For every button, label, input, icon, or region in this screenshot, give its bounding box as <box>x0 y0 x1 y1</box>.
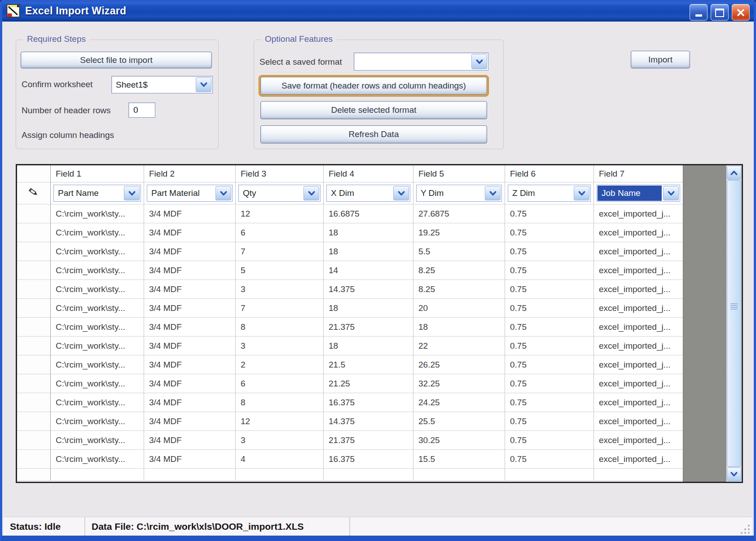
grid-cell[interactable]: 4 <box>236 450 324 469</box>
grid-cell[interactable]: 18 <box>324 242 413 261</box>
grid-cell[interactable]: 14.375 <box>324 412 413 431</box>
grid-cell[interactable]: excel_imported_j... <box>594 431 683 450</box>
grid-cell[interactable]: 5.5 <box>413 242 505 261</box>
grid-cell[interactable]: 3/4 MDF <box>144 242 236 261</box>
grid-row[interactable]: C:\rcim_work\sty...3/4 MDF314.3758.250.7… <box>17 280 683 299</box>
grid-cell[interactable]: 20 <box>413 299 505 318</box>
grid-row[interactable]: C:\rcim_work\sty...3/4 MDF718200.75excel… <box>17 299 683 318</box>
chevron-down-icon[interactable] <box>215 186 231 200</box>
grid-cell[interactable]: 12 <box>236 412 324 431</box>
grid-cell[interactable]: C:\rcim_work\sty... <box>51 431 144 450</box>
grid-cell[interactable]: 3 <box>236 337 324 355</box>
grid-cell[interactable]: excel_imported_j... <box>594 223 683 242</box>
grid-cell[interactable]: 0.75 <box>505 450 594 469</box>
vertical-scrollbar[interactable] <box>726 165 742 482</box>
grid-cell[interactable]: 15.5 <box>413 450 505 469</box>
grid-cell[interactable]: 18 <box>324 337 413 355</box>
grid-cell[interactable]: 0.75 <box>505 318 594 337</box>
grid-cell[interactable]: 3/4 MDF <box>144 223 236 242</box>
grid-row[interactable]: C:\rcim_work\sty...3/4 MDF621.2532.250.7… <box>17 374 683 393</box>
grid-cell[interactable]: 8 <box>236 393 324 412</box>
grid-cell[interactable]: excel_imported_j... <box>594 280 683 299</box>
grid-row[interactable]: C:\rcim_work\sty...3/4 MDF1214.37525.50.… <box>17 412 683 431</box>
row-header-cell[interactable] <box>17 393 51 412</box>
grid-cell[interactable]: excel_imported_j... <box>594 337 683 355</box>
row-header-cell[interactable] <box>17 450 51 469</box>
grid-cell[interactable]: 21.5 <box>324 355 413 374</box>
column-mapping-dropdown[interactable]: X Dim <box>326 185 410 202</box>
grid-cell[interactable]: 8.25 <box>413 280 505 299</box>
grid-cell[interactable]: C:\rcim_work\sty... <box>51 393 144 412</box>
row-header-cell[interactable] <box>17 337 51 355</box>
grid-cell[interactable]: C:\rcim_work\sty... <box>51 374 144 393</box>
grid-cell[interactable]: C:\rcim_work\sty... <box>51 412 144 431</box>
grid-cell[interactable]: excel_imported_j... <box>594 261 683 280</box>
resize-grip[interactable] <box>741 525 750 534</box>
row-header-cell[interactable] <box>17 355 51 374</box>
grid-row[interactable]: C:\rcim_work\sty...3/4 MDF816.37524.250.… <box>17 393 683 412</box>
grid-cell[interactable]: 27.6875 <box>413 204 505 223</box>
grid-cell[interactable]: C:\rcim_work\sty... <box>51 261 144 280</box>
worksheet-combobox[interactable]: Sheet1$ <box>111 76 213 93</box>
grid-cell[interactable]: excel_imported_j... <box>594 242 683 261</box>
grid-cell[interactable]: 3/4 MDF <box>144 204 236 223</box>
grid-cell[interactable]: 3/4 MDF <box>144 318 236 337</box>
grid-cell[interactable]: 12 <box>236 204 324 223</box>
grid-cell[interactable]: C:\rcim_work\sty... <box>51 450 144 469</box>
grid-cell[interactable]: 3/4 MDF <box>144 261 236 280</box>
row-header-cell[interactable] <box>17 412 51 431</box>
delete-format-button[interactable]: Delete selected format <box>260 101 487 119</box>
grid-cell[interactable]: excel_imported_j... <box>594 450 683 469</box>
grid-cell[interactable]: 5 <box>236 261 324 280</box>
grid-cell[interactable]: 0.75 <box>505 412 594 431</box>
grid-cell[interactable]: 24.25 <box>413 393 505 412</box>
grid-cell[interactable]: 2 <box>236 355 324 374</box>
select-file-button[interactable]: Select file to import <box>21 52 212 68</box>
row-header-cell[interactable] <box>17 299 51 318</box>
grid-cell[interactable]: 3/4 MDF <box>144 374 236 393</box>
grid-cell[interactable]: 6 <box>236 374 324 393</box>
grid-cell[interactable]: excel_imported_j... <box>594 374 683 393</box>
grid-cell[interactable]: 7 <box>236 299 324 318</box>
chevron-down-icon[interactable] <box>393 186 409 200</box>
grid-cell[interactable]: 26.25 <box>413 355 505 374</box>
chevron-down-icon[interactable] <box>471 54 487 69</box>
chevron-down-icon[interactable] <box>663 186 679 200</box>
grid-cell[interactable]: 3/4 MDF <box>144 412 236 431</box>
grid-cell[interactable]: excel_imported_j... <box>594 318 683 337</box>
close-button[interactable] <box>732 4 750 21</box>
grid-cell[interactable]: C:\rcim_work\sty... <box>51 280 144 299</box>
save-format-button[interactable]: Save format (header rows and column head… <box>260 77 487 95</box>
grid-cell[interactable]: 3 <box>236 431 324 450</box>
row-header-cell[interactable] <box>17 261 51 280</box>
column-mapping-dropdown[interactable]: Part Name <box>53 185 141 202</box>
grid-cell[interactable]: 18 <box>413 318 505 337</box>
title-bar[interactable]: Excel Import Wizard <box>0 0 756 22</box>
grid-cell[interactable]: 3/4 MDF <box>144 280 236 299</box>
grid-cell[interactable]: 6 <box>236 223 324 242</box>
grid-cell[interactable]: 8.25 <box>413 261 505 280</box>
grid-cell[interactable]: 3 <box>236 280 324 299</box>
row-header-cell[interactable] <box>17 374 51 393</box>
minimize-button[interactable] <box>690 4 708 21</box>
grid-cell[interactable]: 0.75 <box>505 299 594 318</box>
grid-cell[interactable]: C:\rcim_work\sty... <box>51 337 144 355</box>
grid-cell[interactable]: excel_imported_j... <box>594 412 683 431</box>
chevron-down-icon[interactable] <box>124 186 140 200</box>
grid-cell[interactable]: C:\rcim_work\sty... <box>51 204 144 223</box>
grid-cell[interactable]: 7 <box>236 242 324 261</box>
row-header-cell[interactable] <box>17 204 51 223</box>
grid-cell[interactable]: C:\rcim_work\sty... <box>51 223 144 242</box>
column-mapping-dropdown[interactable]: Part Material <box>147 185 233 202</box>
grid-cell[interactable]: 30.25 <box>413 431 505 450</box>
grid-cell[interactable]: 21.25 <box>324 374 413 393</box>
scroll-up-button[interactable] <box>727 166 741 180</box>
refresh-data-button[interactable]: Refresh Data <box>260 125 487 143</box>
grid-row[interactable]: C:\rcim_work\sty...3/4 MDF7185.50.75exce… <box>17 242 683 261</box>
grid-row[interactable]: C:\rcim_work\sty...3/4 MDF318220.75excel… <box>17 337 683 355</box>
grid-cell[interactable]: 25.5 <box>413 412 505 431</box>
grid-cell[interactable]: 3/4 MDF <box>144 393 236 412</box>
grid-cell[interactable]: 16.375 <box>324 450 413 469</box>
grid-row[interactable]: C:\rcim_work\sty...3/4 MDF821.375180.75e… <box>17 318 683 337</box>
grid-cell[interactable]: 0.75 <box>505 355 594 374</box>
